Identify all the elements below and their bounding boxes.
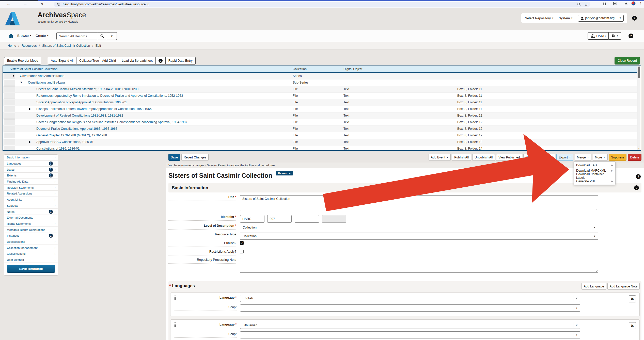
close-record-button[interactable]: Close Record xyxy=(615,57,640,64)
repository-button[interactable]: HARC xyxy=(588,32,609,40)
sidebar-item-user-defined[interactable]: User Defined› xyxy=(4,257,58,263)
duplicate-resource-button[interactable]: Duplicate Resource xyxy=(523,154,555,161)
breadcrumb-collection[interactable]: Sisters of Saint Casimir Collection xyxy=(42,44,90,47)
menu-item-download-container-labels[interactable]: Download Container Labels xyxy=(574,173,615,179)
tree-row[interactable]: ▶Bishops' Testimonial Letters Toward Pap… xyxy=(3,106,641,112)
publish-checkbox[interactable] xyxy=(240,241,244,245)
system-menu[interactable]: System ▼ xyxy=(559,16,573,20)
settings-button[interactable]: ▼ xyxy=(609,32,621,40)
user-menu[interactable]: japryse@harcsm.org ▼ xyxy=(578,15,624,22)
nav-help-icon[interactable]: ? xyxy=(629,34,633,38)
back-icon[interactable]: ← xyxy=(7,2,10,6)
tree-row[interactable]: General Chapter 1970-1988 (MOVE?), 1970-… xyxy=(3,132,641,139)
remove-language-button[interactable]: ✖ xyxy=(629,295,636,302)
remove-language-button[interactable]: ✖ xyxy=(629,322,636,329)
scrollbar-thumb[interactable] xyxy=(638,67,640,78)
breadcrumb-resources[interactable]: Resources xyxy=(22,44,37,47)
clear-value-button[interactable]: × xyxy=(573,295,580,302)
tree-row-title[interactable]: Sisters' Appreciation of Papal Approval … xyxy=(36,101,127,104)
sidebar-item-dates[interactable]: Dates1› xyxy=(4,167,58,173)
language-value[interactable]: English xyxy=(240,295,573,302)
sidebar-item-notes[interactable]: Notes1› xyxy=(4,209,58,215)
zoom-icon[interactable] xyxy=(577,3,581,6)
scrollbar-down-arrow[interactable]: ▼ xyxy=(638,147,640,150)
sidebar-item-revision-statements[interactable]: Revision Statements› xyxy=(4,185,58,191)
url-text[interactable]: harc.libraryhost.com/admin/resources/6/e… xyxy=(63,3,574,6)
add-language-button[interactable]: Add Language xyxy=(582,283,606,290)
identifier-input-3[interactable] xyxy=(295,215,319,223)
tree-row-title[interactable]: Constitutions and By-Laws xyxy=(28,81,66,84)
tree-row-title[interactable]: Governance And Administration xyxy=(20,74,64,78)
dropdown-caret-button[interactable]: ▼ xyxy=(573,331,580,338)
download-icon[interactable] xyxy=(624,2,628,5)
sidebar-item-basic-information[interactable]: Basic Information› xyxy=(4,155,58,161)
enable-reorder-button[interactable]: Enable Reorder Mode xyxy=(4,57,41,64)
section-help-icon[interactable]: ? xyxy=(634,185,639,190)
sidebar-item-related-accessions[interactable]: Related Accessions› xyxy=(4,191,58,197)
search-options-caret[interactable]: ▼ xyxy=(107,32,117,40)
restrictions-apply-checkbox[interactable] xyxy=(240,250,244,253)
rapid-data-entry-button[interactable]: Rapid Data Entry xyxy=(166,57,196,64)
script-value[interactable] xyxy=(240,331,573,338)
expand-toggle-icon[interactable]: ▼ xyxy=(12,74,15,77)
home-icon[interactable] xyxy=(9,34,13,38)
resize-handle[interactable] xyxy=(595,270,598,272)
tree-row[interactable]: References requested by Rome in relation… xyxy=(3,93,641,99)
tree-row-root[interactable]: Sisters of Saint Casimir Collection Coll… xyxy=(3,66,641,73)
refresh-icon[interactable]: ↻ xyxy=(40,2,43,6)
site-info-icon[interactable] xyxy=(56,3,60,6)
revert-changes-button[interactable]: Revert Changes xyxy=(181,154,209,161)
publish-all-button[interactable]: Publish All xyxy=(452,154,471,161)
tree-row[interactable]: Constitutions of 1986, 1986-01FileTextBo… xyxy=(3,145,641,151)
tree-row-title[interactable]: Bishops' Testimonial Letters Toward Papa… xyxy=(36,107,152,111)
export-button[interactable]: Export▼ xyxy=(556,154,573,161)
sidebar-item-subjects[interactable]: Subjects› xyxy=(4,203,58,209)
menu-item-download-ead[interactable]: Download EAD▶ xyxy=(574,163,615,168)
save-button[interactable]: Save xyxy=(168,154,180,161)
sidebar-item-metadata-rights-declarations[interactable]: Metadata Rights Declarations› xyxy=(4,227,58,233)
merge-button[interactable]: Merge▼ xyxy=(575,154,591,161)
tree-row-title[interactable]: Approval for SSC Constitutions, 1986-01 xyxy=(36,140,93,144)
breadcrumb-home[interactable]: Home xyxy=(8,44,16,47)
sidebar-item-collection-management[interactable]: Collection Management› xyxy=(4,245,58,251)
sidebar-item-external-documents[interactable]: External Documents› xyxy=(4,215,58,221)
browser-menu-icon[interactable]: ⋮ xyxy=(639,2,642,6)
expand-toggle-icon[interactable]: ▶ xyxy=(29,107,31,110)
suppress-button[interactable]: Suppress xyxy=(609,154,627,161)
tree-row[interactable]: Development of Revised Constitutions 198… xyxy=(3,112,641,119)
script-value[interactable] xyxy=(240,304,573,312)
tree-row[interactable]: Sisters' Appreciation of Papal Approval … xyxy=(3,99,641,106)
select-repository-menu[interactable]: Select Repository ▼ xyxy=(525,16,554,20)
url-bar[interactable]: harc.libraryhost.com/admin/resources/6/e… xyxy=(54,2,590,7)
collapse-tree-button[interactable]: Collapse Tree xyxy=(76,57,102,64)
search-button[interactable] xyxy=(97,32,107,40)
sidebar-item-languages[interactable]: Languages3› xyxy=(4,161,58,167)
sidebar-item-classifications[interactable]: Classifications› xyxy=(4,251,58,257)
more-button[interactable]: More▼ xyxy=(593,154,608,161)
tree-row-title[interactable]: Decree of Praise Constitutions Approval … xyxy=(36,127,117,131)
tree-row[interactable]: Sisters of Saint Casimir Mission Stateme… xyxy=(3,86,641,93)
tree-row[interactable]: ▶Approval for SSC Constitutions, 1986-01… xyxy=(3,139,641,145)
browser-avatar[interactable] xyxy=(631,1,636,6)
expand-toggle-icon[interactable]: ▶ xyxy=(29,140,31,143)
bookmark-star-icon[interactable]: ☆ xyxy=(584,2,588,7)
search-tabs-icon[interactable] xyxy=(613,2,617,5)
tree-row-title[interactable]: Development of Revised Constitutions 198… xyxy=(36,114,123,117)
tree-row[interactable]: ▼Governance And AdministrationSeries xyxy=(3,73,641,79)
tree-row[interactable]: Sacred Congregation for Religious and Se… xyxy=(3,119,641,126)
search-input[interactable] xyxy=(56,32,97,40)
title-textarea[interactable]: Sisters of Saint Casimir Collection xyxy=(240,195,598,211)
tree-scrollbar[interactable]: ▼ xyxy=(637,66,641,150)
add-language-note-button[interactable]: Add Language Note xyxy=(607,283,640,290)
tree-row-title[interactable]: Sisters of Saint Casimir Mission Stateme… xyxy=(36,87,138,91)
resource-type-select[interactable]: Collection▼ xyxy=(240,233,598,240)
tree-row[interactable]: ▼Constitutions and By-LawsSub-Series xyxy=(3,79,641,86)
delete-button[interactable]: Delete xyxy=(628,154,641,161)
nav-browse[interactable]: Browse ▼ xyxy=(17,34,32,38)
tree-row-title[interactable]: Sacred Congregation for Religious and Se… xyxy=(36,120,187,124)
sidebar-item-deaccessions[interactable]: Deaccessions› xyxy=(4,239,58,245)
record-help-icon[interactable]: ? xyxy=(636,174,641,179)
forward-icon[interactable]: → xyxy=(23,2,27,6)
extensions-icon[interactable] xyxy=(603,2,606,5)
tree-row[interactable]: Decree of Praise Constitutions Approval … xyxy=(3,126,641,132)
